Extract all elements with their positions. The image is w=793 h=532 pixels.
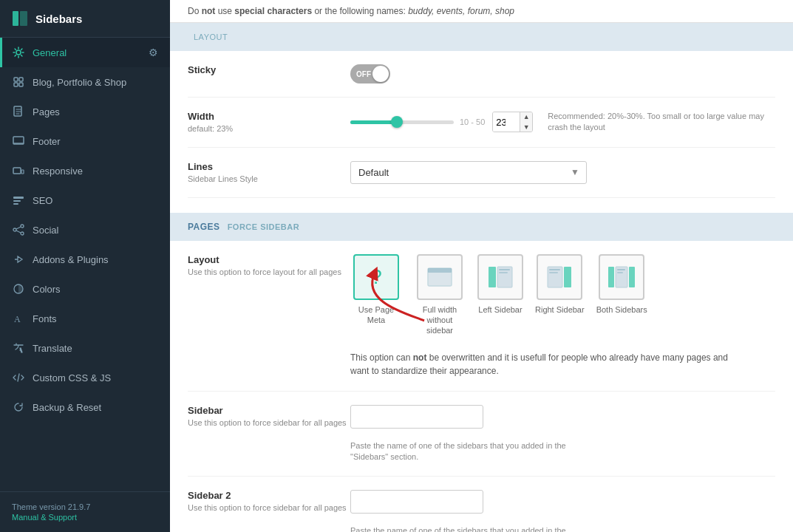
sidebar2-force-label: Sidebar 2: [188, 490, 350, 501]
lines-label: Lines: [188, 161, 350, 172]
sidebar-header: Sidebars: [0, 0, 170, 38]
lines-row: Lines Sidebar Lines Style Default Style …: [188, 148, 775, 198]
layout-right-sidebar-label: Right Sidebar: [535, 304, 585, 315]
footer-icon: [12, 134, 25, 148]
svg-point-2: [16, 50, 21, 55]
svg-rect-37: [617, 272, 623, 273]
pages-content-area: Layout Use this option to force layout f…: [170, 241, 793, 532]
svg-rect-12: [13, 197, 24, 199]
sidebar-pages-label: Pages: [33, 106, 158, 117]
sticky-row: Sticky OFF: [188, 51, 775, 98]
width-spinners: ▲ ▼: [520, 112, 532, 132]
sidebar-item-backup[interactable]: Backup & Reset: [0, 392, 170, 422]
width-slider-thumb[interactable]: [391, 116, 403, 128]
svg-line-19: [16, 231, 21, 233]
svg-rect-30: [564, 267, 571, 287]
sidebar-footer: Theme version 21.9.7 Manual & Support: [0, 491, 170, 532]
sidebar-item-pages[interactable]: Pages: [0, 97, 170, 126]
svg-rect-27: [499, 269, 510, 270]
sidebar-translate-label: Translate: [33, 343, 158, 354]
layout-option-left-sidebar[interactable]: Left Sidebar: [477, 254, 523, 315]
sidebar-footer-label: Footer: [33, 136, 158, 147]
svg-rect-5: [14, 83, 18, 86]
layout-info-text: This option can not be overwritten and i…: [350, 344, 742, 378]
svg-rect-4: [19, 78, 23, 81]
pages-icon: [12, 105, 25, 118]
sidebar-force-input[interactable]: [350, 405, 483, 429]
sidebar-item-translate[interactable]: Translate: [0, 333, 170, 363]
sidebar-force-sublabel: Use this option to force sidebar for all…: [188, 418, 350, 427]
red-arrow-indicator: [339, 265, 428, 324]
pages-label: PAGES: [188, 222, 220, 232]
sidebar-responsive-label: Responsive: [33, 166, 158, 177]
width-slider-fill: [350, 120, 397, 124]
general-icon: [12, 46, 25, 59]
sidebar-item-social[interactable]: Social: [0, 215, 170, 245]
layout-force-row: Layout Use this option to force layout f…: [188, 241, 775, 392]
sidebar-item-customcss[interactable]: Custom CSS & JS: [0, 363, 170, 392]
sidebar-fonts-label: Fonts: [33, 313, 158, 324]
social-icon: [12, 223, 25, 236]
layout-options-container: ? Use Page Meta Full width without side: [350, 254, 647, 336]
sidebar-blog-label: Blog, Portfolio & Shop: [33, 77, 158, 88]
sidebar-colors-label: Colors: [33, 284, 158, 295]
lines-select[interactable]: Default Style 1 Style 2 None: [350, 161, 587, 184]
svg-point-15: [21, 225, 24, 228]
sidebar-force-note: Paste the name of one of the sidebars th…: [350, 440, 572, 463]
sidebar-social-label: Social: [33, 225, 158, 236]
layout-section-header: LAYOUT: [170, 23, 793, 51]
width-label: Width: [188, 111, 350, 122]
svg-rect-35: [629, 267, 635, 287]
sidebar-general-label: General: [33, 47, 149, 58]
layout-left-sidebar-box[interactable]: [477, 254, 523, 300]
sidebar-item-seo[interactable]: SEO: [0, 185, 170, 215]
width-decrement-btn[interactable]: ▼: [520, 122, 532, 132]
sidebar-customcss-label: Custom CSS & JS: [33, 372, 158, 383]
layout-both-sidebars-box[interactable]: [599, 254, 644, 300]
layout-both-sidebars-label: Both Sidebars: [596, 304, 647, 315]
sidebar-item-addons[interactable]: Addons & Plugins: [0, 245, 170, 274]
blog-icon: [12, 75, 25, 89]
sidebar-item-blog[interactable]: Blog, Portfolio & Shop: [0, 67, 170, 97]
svg-rect-24: [428, 268, 452, 273]
layout-right-sidebar-box[interactable]: [537, 254, 582, 300]
layout-force-label: Layout: [188, 254, 350, 265]
width-slider-track[interactable]: [350, 120, 454, 124]
sidebar-title: Sidebars: [35, 13, 82, 25]
width-number-input-wrap: ▲ ▼: [492, 112, 533, 132]
svg-rect-36: [617, 269, 625, 270]
support-link[interactable]: Manual & Support: [12, 513, 158, 522]
layout-content-area: Sticky OFF Width default: 23%: [170, 51, 793, 213]
pages-section-header: PAGES FORCE SIDEBAR: [170, 213, 793, 241]
sidebar-item-footer[interactable]: Footer: [0, 126, 170, 156]
sidebar-backup-label: Backup & Reset: [33, 402, 158, 413]
sidebar-item-general[interactable]: General ⚙: [0, 38, 170, 67]
svg-rect-14: [13, 203, 18, 205]
layout-option-both-sidebars[interactable]: Both Sidebars: [596, 254, 647, 315]
svg-rect-31: [549, 269, 560, 270]
main-content: Do not use special characters or the fol…: [170, 0, 793, 532]
svg-rect-13: [13, 200, 21, 202]
sidebar-item-responsive[interactable]: Responsive: [0, 156, 170, 185]
colors-icon: [12, 282, 25, 296]
lines-select-wrap: Default Style 1 Style 2 None ▼: [350, 161, 587, 184]
svg-rect-33: [608, 267, 614, 287]
sidebar-item-fonts[interactable]: A Fonts: [0, 304, 170, 333]
svg-rect-11: [21, 170, 24, 174]
svg-rect-10: [13, 168, 21, 174]
sticky-toggle[interactable]: OFF: [350, 64, 390, 83]
svg-rect-0: [13, 11, 18, 26]
width-increment-btn[interactable]: ▲: [520, 112, 532, 122]
sidebar-item-colors[interactable]: Colors: [0, 274, 170, 304]
sidebar-force-label: Sidebar: [188, 405, 350, 416]
sidebar2-force-input[interactable]: [350, 490, 483, 514]
sidebar-addons-label: Addons & Plugins: [33, 254, 158, 265]
layout-option-right-sidebar[interactable]: Right Sidebar: [535, 254, 585, 315]
addons-icon: [12, 253, 25, 266]
toggle-off-label: OFF: [356, 70, 371, 78]
svg-rect-3: [14, 78, 18, 81]
force-sidebar-label: FORCE SIDEBAR: [228, 222, 300, 231]
gear-icon[interactable]: ⚙: [149, 47, 158, 58]
sidebar-brand-icon: [12, 10, 28, 27]
width-number-input[interactable]: [493, 112, 520, 132]
